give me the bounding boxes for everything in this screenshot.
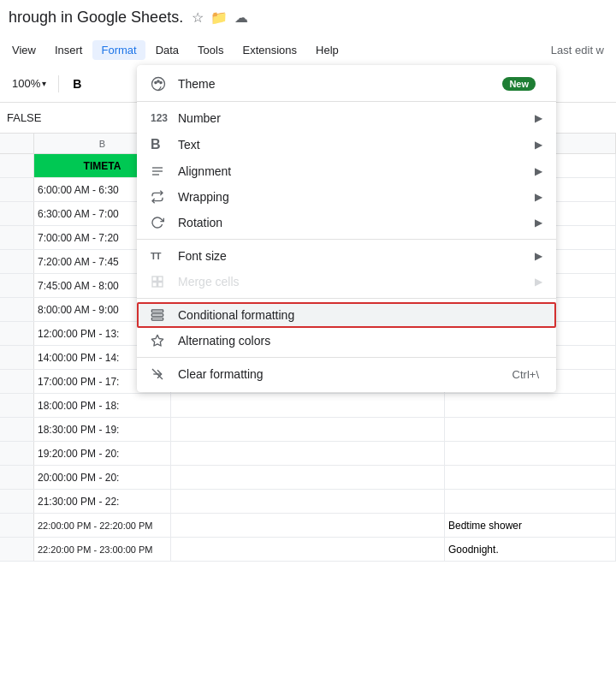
cell-d — [445, 490, 616, 513]
clear-formatting-shortcut: Ctrl+\ — [512, 368, 539, 381]
table-row: 22:20:00 PM - 23:00:00 PM Goodnight. — [0, 538, 616, 562]
font-size-arrow-icon: ▶ — [535, 250, 542, 262]
menu-extensions[interactable]: Extensions — [234, 40, 305, 60]
menu-help[interactable]: Help — [307, 40, 347, 60]
font-size-icon: TT — [151, 251, 175, 261]
separator-4 — [137, 357, 556, 358]
menu-item-rotation[interactable]: Rotation ▶ — [137, 210, 556, 235]
menu-item-text[interactable]: B Text ▶ — [137, 131, 556, 158]
row-number — [0, 466, 34, 489]
folder-icon[interactable]: 📁 — [210, 9, 228, 26]
svg-point-1 — [155, 81, 157, 83]
menu-item-number[interactable]: 123 Number ▶ — [137, 105, 556, 131]
table-row: 21:30:00 PM - 22: — [0, 490, 616, 514]
cell-c — [171, 418, 445, 441]
cell-b: 19:20:00 PM - 20: — [34, 442, 171, 465]
table-row: 22:00:00 PM - 22:20:00 PM Bedtime shower — [0, 514, 616, 538]
cell-d — [445, 466, 616, 489]
cell-d — [445, 418, 616, 441]
menu-data[interactable]: Data — [147, 40, 187, 60]
clear-formatting-icon — [151, 367, 175, 381]
zoom-arrow-icon: ▾ — [42, 79, 46, 88]
cell-b: 21:30:00 PM - 22: — [34, 490, 171, 513]
number-label: Number — [178, 111, 535, 125]
cell-reference: FALSE — [7, 111, 58, 124]
menu-format[interactable]: Format — [92, 40, 145, 60]
zoom-control[interactable]: 100% ▾ — [7, 74, 51, 93]
cell-b: 22:00:00 PM - 22:20:00 PM — [34, 514, 171, 537]
row-number — [0, 538, 34, 561]
zoom-value: 100% — [12, 77, 40, 90]
format-dropdown-menu: Theme New 123 Number ▶ B Text ▶ A — [137, 65, 556, 392]
menu-item-conditional-formatting[interactable]: Conditional formatting — [137, 302, 556, 328]
row-number — [0, 154, 34, 177]
menu-tools[interactable]: Tools — [189, 40, 232, 60]
spreadsheet-background: hrough in Google Sheets. ☆ 📁 ☁ View Inse… — [0, 0, 616, 684]
svg-marker-15 — [151, 335, 163, 346]
row-number — [0, 178, 34, 201]
menu-item-clear-formatting[interactable]: Clear formatting Ctrl+\ — [137, 361, 556, 387]
menu-item-theme[interactable]: Theme New — [137, 70, 556, 98]
cell-d: Goodnight. — [445, 538, 616, 561]
row-number — [0, 394, 34, 417]
table-row: 20:00:00 PM - 20: — [0, 466, 616, 490]
cell-d: Bedtime shower — [445, 514, 616, 537]
table-row: 18:30:00 PM - 19: — [0, 418, 616, 442]
merge-cells-arrow-icon: ▶ — [535, 276, 542, 288]
menu-item-alternating-colors[interactable]: Alternating colors — [137, 328, 556, 354]
menu-item-font-size[interactable]: TT Font size ▶ — [137, 243, 556, 269]
rotation-icon — [151, 216, 175, 229]
row-number — [0, 226, 34, 249]
theme-icon — [151, 76, 175, 92]
menu-bar: View Insert Format Data Tools Extensions… — [0, 34, 616, 65]
menu-insert[interactable]: Insert — [46, 40, 92, 60]
menu-item-wrapping[interactable]: Wrapping ▶ — [137, 184, 556, 210]
conditional-formatting-icon — [151, 308, 175, 322]
svg-rect-9 — [152, 283, 157, 287]
svg-point-0 — [152, 78, 165, 91]
separator-1 — [137, 101, 556, 102]
alternating-colors-label: Alternating colors — [178, 334, 542, 348]
alternating-colors-icon — [151, 334, 175, 348]
table-row: 19:20:00 PM - 20: — [0, 442, 616, 466]
toolbar-separator — [58, 75, 59, 92]
cell-c — [171, 538, 445, 561]
number-arrow-icon: ▶ — [535, 112, 542, 124]
wrapping-arrow-icon: ▶ — [535, 191, 542, 203]
cell-c — [171, 490, 445, 513]
number-icon: 123 — [151, 112, 175, 124]
bold-button: B — [66, 74, 88, 94]
merge-cells-label: Merge cells — [178, 275, 535, 288]
wrapping-icon — [151, 190, 175, 204]
rotation-label: Rotation — [178, 216, 535, 229]
svg-point-2 — [157, 80, 159, 82]
theme-new-badge: New — [502, 77, 536, 91]
cell-b: 20:00:00 PM - 20: — [34, 466, 171, 489]
alignment-arrow-icon: ▶ — [535, 165, 542, 177]
row-number — [0, 322, 34, 345]
menu-view[interactable]: View — [3, 40, 44, 60]
table-row: 18:00:00 PM - 18: — [0, 394, 616, 418]
cell-c — [171, 466, 445, 489]
separator-3 — [137, 298, 556, 299]
cell-c — [171, 394, 445, 417]
row-number — [0, 490, 34, 513]
svg-rect-8 — [158, 277, 163, 281]
text-bold-icon: B — [151, 137, 175, 152]
star-icon[interactable]: ☆ — [192, 9, 204, 26]
cell-b: 22:20:00 PM - 23:00:00 PM — [34, 538, 171, 561]
row-number — [0, 418, 34, 441]
svg-point-3 — [160, 81, 162, 83]
svg-rect-7 — [152, 277, 157, 281]
row-number — [0, 442, 34, 465]
menu-item-merge-cells: Merge cells ▶ — [137, 269, 556, 294]
menu-item-alignment[interactable]: Alignment ▶ — [137, 158, 556, 184]
title-icons: ☆ 📁 ☁ — [192, 9, 248, 26]
corner-header — [0, 134, 34, 153]
cell-d — [445, 442, 616, 465]
cell-c — [171, 442, 445, 465]
row-number — [0, 370, 34, 393]
row-number — [0, 514, 34, 537]
svg-rect-13 — [151, 318, 163, 320]
cloud-icon[interactable]: ☁ — [234, 9, 248, 26]
